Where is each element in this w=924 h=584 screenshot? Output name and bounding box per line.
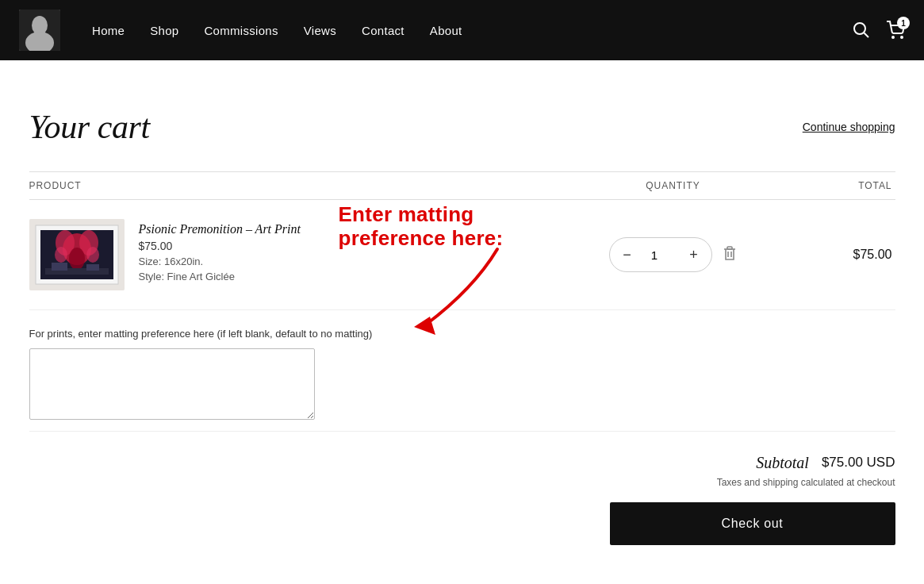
nav-commissions[interactable]: Commissions — [204, 24, 278, 37]
logo-area[interactable] — [19, 10, 60, 51]
svg-point-3 — [854, 23, 865, 34]
search-button[interactable] — [853, 21, 870, 39]
matting-section: For prints, enter matting preference her… — [29, 310, 895, 432]
cart-table-header: PRODUCT QUANTITY TOTAL — [29, 171, 895, 200]
svg-point-13 — [69, 248, 85, 270]
nav-home[interactable]: Home — [92, 24, 125, 37]
svg-point-5 — [892, 36, 894, 38]
quantity-increase-button[interactable]: + — [677, 237, 711, 272]
matting-textarea[interactable] — [29, 348, 315, 420]
quantity-control: − + — [609, 237, 712, 272]
subtotal-label: Subtotal — [756, 454, 809, 472]
cart-badge: 1 — [897, 17, 910, 29]
nav-views[interactable]: Views — [304, 24, 336, 37]
checkout-button[interactable]: Check out — [610, 502, 895, 545]
line-total: $75.00 — [753, 248, 895, 262]
matting-label: For prints, enter matting preference her… — [29, 326, 895, 342]
subtotal-row: Subtotal $75.00 USD — [756, 454, 895, 472]
col-header-quantity: QUANTITY — [594, 180, 753, 191]
svg-point-15 — [86, 247, 99, 263]
subtotal-value: $75.00 USD — [822, 455, 895, 471]
product-style: Style: Fine Art Giclée — [139, 271, 301, 282]
product-price: $75.00 — [139, 240, 301, 252]
nav-right-icons: 1 — [853, 21, 905, 40]
product-info: Psionic Premonition – Art Print $75.00 S… — [139, 219, 301, 282]
svg-line-4 — [865, 33, 869, 38]
continue-shopping-button[interactable]: Continue shopping — [803, 121, 895, 133]
svg-rect-18 — [86, 264, 99, 271]
site-header: Home Shop Commissions Views Contact Abou… — [0, 0, 924, 60]
quantity-cell: − + — [594, 237, 753, 272]
col-header-total: TOTAL — [753, 180, 895, 191]
logo-image — [19, 10, 60, 51]
order-summary: Subtotal $75.00 USD Taxes and shipping c… — [29, 454, 895, 545]
product-cell: Psionic Premonition – Art Print $75.00 S… — [29, 219, 594, 290]
svg-point-14 — [55, 247, 67, 263]
quantity-decrease-button[interactable]: − — [610, 237, 645, 272]
main-nav: Home Shop Commissions Views Contact Abou… — [92, 24, 462, 37]
svg-rect-17 — [52, 263, 67, 271]
delete-item-button[interactable] — [722, 245, 738, 265]
nav-about[interactable]: About — [430, 24, 462, 37]
product-image — [29, 219, 125, 290]
svg-rect-21 — [727, 247, 732, 249]
quantity-input[interactable] — [645, 248, 677, 262]
svg-point-6 — [901, 36, 903, 38]
product-name: Psionic Premonition – Art Print — [139, 222, 301, 236]
nav-contact[interactable]: Contact — [362, 24, 404, 37]
cart-item-row: Psionic Premonition – Art Print $75.00 S… — [29, 200, 895, 310]
page-content: Your cart Continue shopping PRODUCT QUAN… — [10, 60, 914, 577]
tax-note: Taxes and shipping calculated at checkou… — [717, 477, 895, 488]
nav-shop[interactable]: Shop — [150, 24, 178, 37]
cart-button[interactable]: 1 — [886, 21, 905, 40]
product-size: Size: 16x20in. — [139, 256, 301, 267]
col-header-product: PRODUCT — [29, 180, 594, 191]
cart-title: Your cart — [29, 108, 150, 146]
cart-header-row: Your cart Continue shopping — [29, 108, 895, 146]
